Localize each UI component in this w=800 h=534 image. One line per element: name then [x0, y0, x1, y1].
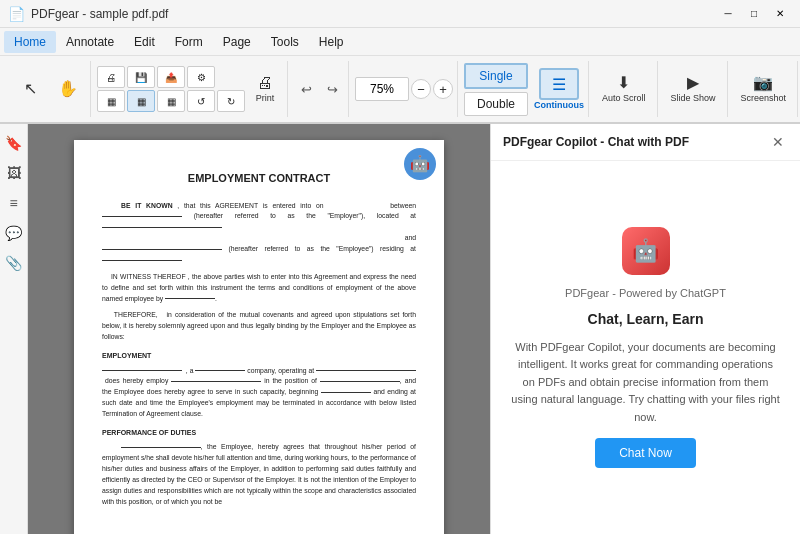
menu-help[interactable]: Help — [309, 31, 354, 53]
tool-group-zoom: 75% − + — [351, 61, 458, 117]
app-title: PDFgear - sample pdf.pdf — [31, 7, 168, 21]
select-tool-button[interactable]: ↖ — [12, 76, 48, 102]
double-label: Double — [477, 97, 515, 111]
menu-edit[interactable]: Edit — [124, 31, 165, 53]
main-content: 🔖 🖼 ≡ 💬 📎 🤖 EMPLOYMENT CONTRACT BE IT KN… — [0, 124, 800, 534]
zoom-out-button[interactable]: − — [411, 79, 431, 99]
share-icon[interactable]: 📤 — [157, 66, 185, 88]
tool-group-undo: ↩ ↪ — [290, 61, 349, 117]
sidebar-thumbnail-icon[interactable]: 🖼 — [3, 162, 25, 184]
ai-panel-body: 🤖 PDFgear - Powered by ChatGPT Chat, Lea… — [491, 161, 800, 534]
pdf-paragraph-3: THEREFORE, in consideration of the mutua… — [102, 310, 416, 343]
titlebar-controls: ─ □ ✕ — [716, 5, 792, 23]
pdf-document-title: EMPLOYMENT CONTRACT — [102, 170, 416, 187]
screenshot-icon: 📷 — [753, 75, 773, 91]
zoom-in-button[interactable]: + — [433, 79, 453, 99]
ai-brand-text: PDFgear - Powered by ChatGPT — [565, 287, 726, 299]
ai-chat-now-button[interactable]: Chat Now — [595, 438, 696, 468]
print-button[interactable]: 🖨 Print — [247, 70, 283, 108]
tool-group-select: ↖ ✋ — [8, 61, 91, 117]
rotate2-icon[interactable]: ↻ — [217, 90, 245, 112]
tool-group-screenshot: 📷 Screenshot — [730, 61, 799, 117]
zoom-group: 75% − + — [355, 77, 453, 101]
continuous-label: Continuous — [534, 100, 584, 110]
sidebar-bookmark-icon[interactable]: 🔖 — [3, 132, 25, 154]
menu-annotate[interactable]: Annotate — [56, 31, 124, 53]
redo-button[interactable]: ↪ — [320, 77, 344, 101]
tool-group-view: Single Double ☰ Continuous — [460, 61, 589, 117]
slide-show-button[interactable]: ▶ Slide Show — [664, 70, 723, 108]
tool-group-slideshow: ▶ Slide Show — [660, 61, 728, 117]
print-label: Print — [256, 93, 275, 103]
titlebar: 📄 PDFgear - sample pdf.pdf ─ □ ✕ — [0, 0, 800, 28]
settings-icon[interactable]: ⚙ — [187, 66, 215, 88]
continuous-icon-btn[interactable]: ☰ — [539, 68, 579, 100]
undo-redo-group: ↩ ↪ — [294, 77, 344, 101]
tool-group-autoscroll: ⬇ Auto Scroll — [591, 61, 658, 117]
hand-icon: ✋ — [58, 81, 78, 97]
save-icon[interactable]: 💾 — [127, 66, 155, 88]
pdf-section-employment: EMPLOYMENT — [102, 351, 416, 362]
titlebar-left: 📄 PDFgear - sample pdf.pdf — [8, 6, 168, 22]
auto-scroll-button[interactable]: ⬇ Auto Scroll — [595, 70, 653, 108]
grid1-icon[interactable]: ▦ — [97, 90, 125, 112]
menubar: Home Annotate Edit Form Page Tools Help — [0, 28, 800, 56]
grid2-icon[interactable]: ▦ — [127, 90, 155, 112]
ai-logo-icon: 🤖 — [622, 227, 670, 275]
slide-show-icon: ▶ — [687, 75, 699, 91]
screenshot-button[interactable]: 📷 Screenshot — [734, 70, 794, 108]
ai-panel-title: PDFgear Copilot - Chat with PDF — [503, 135, 689, 149]
tool-group-print: 🖨 💾 📤 ⚙ ▦ ▦ ▦ ↺ ↻ 🖨 Print — [93, 61, 288, 117]
ai-panel-close-button[interactable]: ✕ — [768, 132, 788, 152]
view-row-2: ▦ ▦ ▦ ↺ ↻ — [97, 90, 245, 112]
pdf-employment-text: , a company, operating at does hereby em… — [102, 366, 416, 420]
screenshot-label: Screenshot — [741, 93, 787, 103]
auto-scroll-icon: ⬇ — [617, 75, 630, 91]
ai-panel: PDFgear Copilot - Chat with PDF ✕ 🤖 PDFg… — [490, 124, 800, 534]
sidebar-attachment-icon[interactable]: 📎 — [3, 252, 25, 274]
continuous-icon: ☰ — [552, 75, 566, 94]
single-label: Single — [479, 69, 512, 83]
maximize-button[interactable]: □ — [742, 5, 766, 23]
slide-show-label: Slide Show — [671, 93, 716, 103]
menu-page[interactable]: Page — [213, 31, 261, 53]
sidebar-layers-icon[interactable]: ≡ — [3, 192, 25, 214]
close-button[interactable]: ✕ — [768, 5, 792, 23]
double-view-button[interactable]: Double — [464, 92, 528, 116]
cursor-icon: ↖ — [24, 81, 37, 97]
sidebar-comment-icon[interactable]: 💬 — [3, 222, 25, 244]
zoom-input[interactable]: 75% — [355, 77, 409, 101]
minimize-button[interactable]: ─ — [716, 5, 740, 23]
ai-description: With PDFgear Copilot, your documents are… — [511, 339, 780, 427]
menu-tools[interactable]: Tools — [261, 31, 309, 53]
pdf-viewer[interactable]: 🤖 EMPLOYMENT CONTRACT BE IT KNOWN , that… — [28, 124, 490, 534]
menu-home[interactable]: Home — [4, 31, 56, 53]
auto-scroll-label: Auto Scroll — [602, 93, 646, 103]
hand-tool-button[interactable]: ✋ — [50, 76, 86, 102]
view-row-1: 🖨 💾 📤 ⚙ — [97, 66, 245, 88]
ai-panel-header: PDFgear Copilot - Chat with PDF ✕ — [491, 124, 800, 161]
ai-tagline: Chat, Learn, Earn — [588, 311, 704, 327]
toolbar: ↖ ✋ 🖨 💾 📤 ⚙ ▦ ▦ ▦ ↺ ↻ 🖨 Print — [0, 56, 800, 124]
left-sidebar: 🔖 🖼 ≡ 💬 📎 — [0, 124, 28, 534]
pdf-section-duties: PERFORMANCE OF DUTIES — [102, 428, 416, 439]
grid3-icon[interactable]: ▦ — [157, 90, 185, 112]
pdf-paragraph-1: BE IT KNOWN , that this AGREEMENT is ent… — [102, 201, 416, 266]
copilot-overlay-button[interactable]: 🤖 — [404, 148, 436, 180]
pdf-paragraph-2: IN WITNESS THEREOF , the above parties w… — [102, 272, 416, 305]
menu-form[interactable]: Form — [165, 31, 213, 53]
undo-button[interactable]: ↩ — [294, 77, 318, 101]
view-icons-group: 🖨 💾 📤 ⚙ ▦ ▦ ▦ ↺ ↻ — [97, 66, 245, 112]
pdf-duties-text: , the Employee, hereby agrees that throu… — [102, 442, 416, 507]
pdf-page: 🤖 EMPLOYMENT CONTRACT BE IT KNOWN , that… — [74, 140, 444, 534]
rotate-icon[interactable]: ↺ — [187, 90, 215, 112]
print-icon-1[interactable]: 🖨 — [97, 66, 125, 88]
single-view-button[interactable]: Single — [464, 63, 528, 89]
printer-icon: 🖨 — [257, 75, 273, 91]
